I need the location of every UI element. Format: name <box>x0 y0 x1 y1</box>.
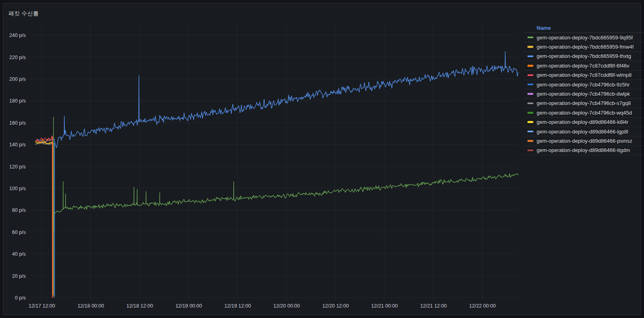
series-color-marker <box>527 131 533 133</box>
legend-item[interactable]: gem-operation-deploy-d89d86466-k8l4r <box>524 118 644 127</box>
y-tick-label: 80 p/s <box>0 207 26 213</box>
series-color-marker <box>527 140 533 142</box>
series-color-marker <box>527 103 533 105</box>
legend-item[interactable]: gem-operation-deploy-d89d86466-lgp8l <box>524 127 644 136</box>
y-tick-label: 220 p/s <box>0 54 26 61</box>
legend-item-label: gem-operation-deploy-d89d86466-tlgdm <box>537 147 630 153</box>
legend-item-label: gem-operation-deploy-d89d86466-k8l4r <box>537 119 628 125</box>
legend-item[interactable]: gem-operation-deploy-7bdc665959-fmw4f <box>524 42 644 51</box>
legend-item[interactable]: gem-operation-deploy-7c87cddf8f-6f46v <box>524 61 644 70</box>
series-color-marker <box>527 112 533 114</box>
legend-item-label: gem-operation-deploy-d89d86466-psmsz <box>537 138 632 144</box>
legend-header-name[interactable]: Name <box>524 23 644 33</box>
legend-item[interactable]: gem-operation-deploy-7cb4796cb-s7gq8 <box>524 99 644 108</box>
legend-item-label: gem-operation-deploy-7cb4796cb-9z5hr <box>537 82 630 88</box>
legend-item-label: gem-operation-deploy-7bdc665959-9q95f <box>537 35 633 41</box>
series-color-marker <box>527 84 533 86</box>
series-color-marker <box>527 74 533 76</box>
legend-item-label: gem-operation-deploy-7cb4796cb-s7gq8 <box>537 100 631 106</box>
y-tick-label: 180 p/s <box>0 98 26 104</box>
x-tick-label: 12/17 12:00 <box>22 303 62 309</box>
panel-title[interactable]: 패킷 수신률 <box>8 10 39 17</box>
series-color-marker <box>527 37 533 39</box>
legend-item-label: gem-operation-deploy-7bdc665959-thxtg <box>537 53 631 59</box>
y-tick-label: 100 p/s <box>0 185 26 192</box>
legend-item[interactable]: gem-operation-deploy-7cb4796cb-9z5hr <box>524 80 644 89</box>
y-tick-label: 40 p/s <box>0 251 26 257</box>
legend-item-label: gem-operation-deploy-d89d86466-lgp8l <box>537 129 628 135</box>
legend-item-label: gem-operation-deploy-7c87cddf8f-6f46v <box>537 63 630 69</box>
series-color-marker <box>527 55 533 57</box>
series-color-marker <box>527 65 533 67</box>
legend-item-label: gem-operation-deploy-7cb4796cb-dwlpk <box>537 91 630 97</box>
legend-item[interactable]: gem-operation-deploy-7cb4796cb-dwlpk <box>524 89 644 98</box>
series-color-marker <box>527 93 533 95</box>
legend-item[interactable]: gem-operation-deploy-d89d86466-tlgdm <box>524 146 644 155</box>
legend: Name gem-operation-deploy-7bdc665959-9q9… <box>524 23 644 155</box>
y-tick-label: 20 p/s <box>0 273 26 279</box>
legend-item[interactable]: gem-operation-deploy-d89d86466-psmsz <box>524 136 644 146</box>
legend-item[interactable]: gem-operation-deploy-7cb4796cb-wq45d <box>524 108 644 117</box>
x-tick-label: 12/20 00:00 <box>267 303 307 309</box>
y-tick-label: 120 p/s <box>0 164 26 170</box>
grafana-panel: 패킷 수신률 0 p/s20 p/s40 p/s60 p/s80 p/s100 … <box>3 3 641 315</box>
series-color-marker <box>527 150 533 152</box>
legend-item[interactable]: gem-operation-deploy-7c87cddf8f-wlmp8 <box>524 71 644 80</box>
x-tick-label: 12/18 00:00 <box>71 303 111 309</box>
legend-item[interactable]: gem-operation-deploy-7bdc665959-9q95f <box>524 33 644 42</box>
x-tick-label: 12/21 12:00 <box>414 303 454 309</box>
y-tick-label: 60 p/s <box>0 229 26 236</box>
y-tick-label: 140 p/s <box>0 142 26 148</box>
y-tick-label: 200 p/s <box>0 76 26 82</box>
y-tick-label: 240 p/s <box>0 32 26 39</box>
y-tick-label: 160 p/s <box>0 120 26 126</box>
x-tick-label: 12/21 00:00 <box>364 303 405 309</box>
x-tick-label: 12/19 12:00 <box>218 303 258 309</box>
x-tick-label: 12/19 00:00 <box>169 303 209 309</box>
legend-item-label: gem-operation-deploy-7bdc665959-fmw4f <box>537 44 634 50</box>
series-color-marker <box>527 121 533 123</box>
x-tick-label: 12/22 00:00 <box>462 303 502 309</box>
legend-item-label: gem-operation-deploy-7cb4796cb-wq45d <box>537 110 632 116</box>
y-tick-label: 0 p/s <box>0 295 26 301</box>
series-color-marker <box>527 46 533 48</box>
legend-item-label: gem-operation-deploy-7c87cddf8f-wlmp8 <box>537 72 632 78</box>
legend-items: gem-operation-deploy-7bdc665959-9q95fgem… <box>524 33 644 155</box>
legend-item[interactable]: gem-operation-deploy-7bdc665959-thxtg <box>524 52 644 61</box>
x-tick-label: 12/20 12:00 <box>315 303 356 309</box>
x-tick-label: 12/18 12:00 <box>119 303 160 309</box>
